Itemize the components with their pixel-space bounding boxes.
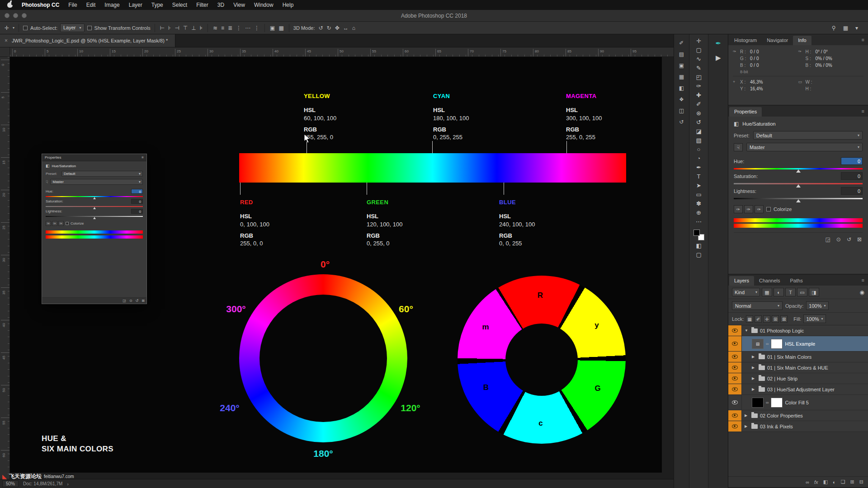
distribute-vertical-centers-icon[interactable]: ≡ bbox=[220, 23, 225, 33]
adjustment-layer-thumbnail[interactable]: ▤ bbox=[752, 339, 764, 349]
colorize-checkbox[interactable] bbox=[66, 222, 69, 225]
colorize-checkbox[interactable] bbox=[766, 207, 771, 211]
saturation-slider-track[interactable] bbox=[46, 206, 143, 207]
glyphs-icon[interactable]: ◫ bbox=[679, 108, 684, 114]
align-horizontal-centers-icon[interactable]: ⊦ bbox=[167, 23, 172, 33]
filter-smart-objects-icon[interactable]: ◨ bbox=[809, 288, 819, 296]
close-window-button[interactable] bbox=[5, 13, 9, 18]
pan-3d-camera-icon[interactable]: ✥ bbox=[334, 23, 340, 33]
opacity-dropdown[interactable]: 100% ▾ bbox=[806, 301, 828, 310]
menu-item-3d[interactable]: 3D bbox=[213, 0, 229, 10]
history-brush-tool[interactable]: ↺ bbox=[693, 118, 705, 126]
blur-tool[interactable]: ○ bbox=[693, 145, 705, 153]
actions-play-icon[interactable]: ▶ bbox=[716, 54, 721, 61]
delete-layer-icon[interactable]: ⊟ bbox=[859, 479, 863, 485]
vertical-ruler[interactable]: 051015202530354045505560 bbox=[0, 57, 10, 479]
align-top-edges-icon[interactable]: ⊤ bbox=[182, 23, 189, 33]
distribute-top-edges-icon[interactable]: ≋ bbox=[212, 23, 218, 33]
saturation-value-field[interactable]: 0 bbox=[841, 172, 863, 180]
crop-tool[interactable]: ◰ bbox=[693, 73, 705, 81]
tab-histogram[interactable]: Histogram bbox=[729, 36, 762, 45]
panel-menu-icon[interactable]: ≡ bbox=[142, 155, 144, 160]
status-popup-arrow-icon[interactable]: › bbox=[67, 481, 69, 487]
blend-mode-dropdown[interactable]: Normal ▾ bbox=[732, 301, 783, 310]
layer-row[interactable]: ▶02 Color Properties bbox=[728, 410, 868, 421]
lightness-value-field[interactable]: 0 bbox=[131, 209, 143, 214]
visibility-eye-icon[interactable] bbox=[732, 376, 738, 380]
targeted-adjustment-icon[interactable]: ☟ bbox=[46, 180, 48, 184]
disclosure-triangle-icon[interactable]: ▶ bbox=[752, 387, 756, 391]
panel-menu-icon[interactable]: ≡ bbox=[862, 277, 864, 283]
tab-paths[interactable]: Paths bbox=[785, 276, 808, 286]
layer-visibility-cell[interactable] bbox=[728, 352, 742, 362]
menu-item-filter[interactable]: Filter bbox=[192, 0, 213, 10]
color-icon[interactable]: ◧ bbox=[679, 85, 684, 91]
menu-item-file[interactable]: File bbox=[64, 0, 81, 10]
quick-mask-icon[interactable]: ◧ bbox=[693, 242, 705, 249]
reset-icon[interactable]: ↺ bbox=[136, 299, 139, 303]
menu-item-layer[interactable]: Layer bbox=[124, 0, 147, 10]
auto-align-layers-icon[interactable]: ▣ bbox=[269, 23, 276, 33]
saturation-slider-thumb[interactable] bbox=[93, 207, 96, 209]
layer-row[interactable]: ▶03 | Hue/Sat Adjustment Layer bbox=[728, 384, 868, 395]
lock-transparent-pixels-icon[interactable]: ▦ bbox=[746, 315, 753, 323]
swatches-icon[interactable]: ▦ bbox=[679, 74, 684, 80]
visibility-eye-icon[interactable] bbox=[732, 424, 738, 428]
link-layers-icon[interactable]: ∞ bbox=[806, 479, 809, 485]
distribute-bottom-edges-icon[interactable]: ≣ bbox=[227, 23, 233, 33]
fill-dropdown[interactable]: 100% ▾ bbox=[803, 314, 826, 323]
disclosure-triangle-icon[interactable]: ▶ bbox=[752, 376, 756, 380]
type-tool[interactable]: T bbox=[693, 173, 705, 180]
lightness-slider-thumb[interactable] bbox=[93, 217, 96, 219]
hue-slider-thumb[interactable] bbox=[796, 169, 801, 173]
apple-menu-icon[interactable] bbox=[7, 2, 13, 8]
visibility-eye-icon[interactable] bbox=[732, 387, 738, 391]
layer-visibility-cell[interactable] bbox=[728, 384, 742, 394]
floating-properties-panel[interactable]: Properties ≡ ◧ Hue/Saturation Preset: De… bbox=[42, 154, 147, 304]
delete-adjustment-icon[interactable]: ⊠ bbox=[142, 299, 145, 303]
clone-source-icon[interactable]: ▣ bbox=[679, 62, 684, 69]
lock-position-icon[interactable]: ✛ bbox=[763, 315, 770, 323]
lightness-value-field[interactable]: 0 bbox=[841, 187, 863, 195]
eyedropper-sample-icon[interactable]: ✑ bbox=[46, 221, 51, 226]
filter-type-layers-icon[interactable]: T bbox=[785, 288, 796, 296]
hue-value-field[interactable]: 0 bbox=[841, 157, 863, 165]
hue-slider-track[interactable] bbox=[734, 168, 863, 169]
preset-dropdown[interactable]: Default ▾ bbox=[753, 131, 863, 140]
layer-row[interactable]: ∞Color Fill 5 bbox=[728, 395, 868, 410]
menu-item-type[interactable]: Type bbox=[147, 0, 168, 10]
layer-style-icon[interactable]: fx bbox=[814, 479, 818, 485]
eyedropper-sample-icon[interactable]: ✑ bbox=[734, 205, 743, 213]
layer-visibility-cell[interactable] bbox=[728, 362, 742, 373]
workspace-caret-icon[interactable]: ▾ bbox=[854, 23, 859, 33]
fill-layer-thumbnail[interactable] bbox=[752, 398, 764, 408]
auto-select-checkbox[interactable] bbox=[23, 26, 28, 30]
visibility-eye-icon[interactable] bbox=[732, 328, 738, 333]
pen-tool[interactable]: ✒ bbox=[693, 164, 705, 171]
saturation-slider-thumb[interactable] bbox=[796, 184, 801, 188]
filter-pixel-layers-icon[interactable]: ▦ bbox=[762, 288, 772, 296]
brush-tool[interactable]: ✐ bbox=[693, 100, 705, 108]
delete-adjustment-icon[interactable]: ⊠ bbox=[857, 236, 862, 243]
roll-3d-camera-icon[interactable]: ↻ bbox=[326, 23, 332, 33]
lasso-tool[interactable]: ∿ bbox=[693, 55, 705, 63]
layer-visibility-cell[interactable] bbox=[728, 395, 742, 410]
distribute-left-edges-icon[interactable]: ⋮ bbox=[235, 23, 242, 33]
clip-to-layer-icon[interactable]: ◲ bbox=[123, 299, 126, 303]
layer-row[interactable]: ▶02 | Hue Strip bbox=[728, 373, 868, 384]
lightness-slider-track[interactable] bbox=[734, 198, 863, 199]
minimize-window-button[interactable] bbox=[13, 13, 18, 18]
move-tool-icon[interactable]: ✛ bbox=[4, 23, 10, 33]
screen-mode-icon[interactable]: ▢ bbox=[693, 251, 705, 258]
lock-all-icon[interactable]: ⊠ bbox=[780, 315, 788, 323]
close-tab-icon[interactable]: × bbox=[5, 38, 8, 44]
canvas[interactable]: HUE & SIX MAIN COLORS Properties ≡ ◧ Hue… bbox=[10, 57, 662, 473]
channel-dropdown[interactable]: Master ▾ bbox=[746, 143, 863, 151]
symbols-icon[interactable]: ❖ bbox=[679, 96, 684, 103]
hue-value-field[interactable]: 0 bbox=[131, 189, 143, 194]
lightness-slider-thumb[interactable] bbox=[796, 199, 801, 202]
filter-adjustment-layers-icon[interactable]: ◐ bbox=[774, 288, 784, 296]
search-icon[interactable]: ⚲ bbox=[831, 23, 837, 33]
layer-row[interactable]: ▶01 | Six Main Colors & HUE bbox=[728, 362, 868, 373]
menu-item-help[interactable]: Help bbox=[278, 0, 298, 10]
